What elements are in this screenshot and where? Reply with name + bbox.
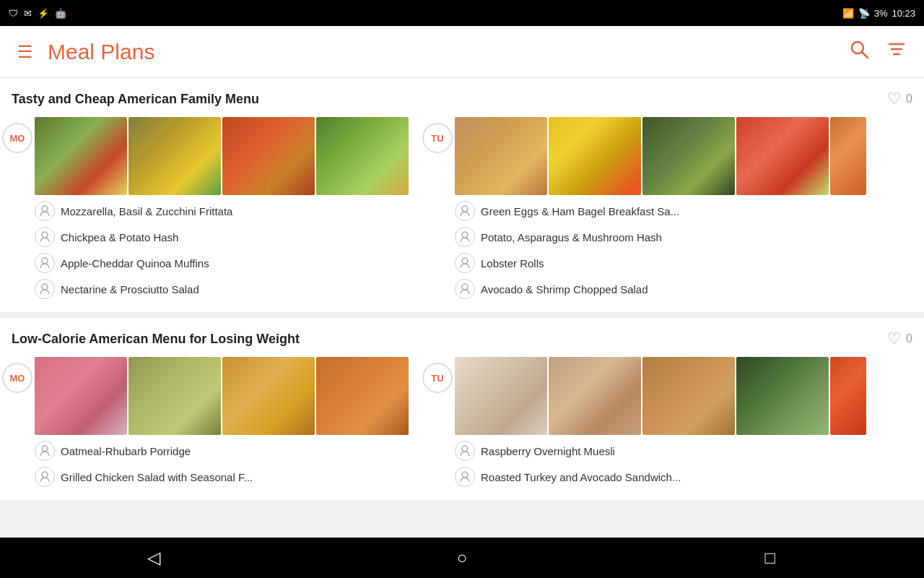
recent-button[interactable]: □	[749, 543, 792, 572]
section1-title: Tasty and Cheap American Family Menu	[12, 92, 259, 107]
svg-point-13	[42, 446, 48, 452]
section1-day-mo: MO Mozzarella, Basil &	[0, 117, 409, 312]
status-bar: 🛡 ✉ ⚡ 🤖 📶 📡 3% 10:23	[0, 0, 924, 26]
s2-mo-img4[interactable]	[316, 357, 409, 435]
tu-recipe2[interactable]: Potato, Asparagus & Mushroom Hash	[455, 225, 866, 249]
s2-day-mo-content: Oatmeal-Rhubarb Porridge Grilled Chicken…	[35, 357, 409, 488]
tu-recipe-icon3	[455, 253, 475, 273]
section1-header: Tasty and Cheap American Family Menu ♡ 0	[0, 90, 924, 117]
section2-likes[interactable]: ♡ 0	[887, 329, 912, 348]
tu-recipe4[interactable]: Avocado & Shrimp Chopped Salad	[455, 277, 866, 301]
section1-like-count: 0	[906, 92, 912, 105]
section1-likes[interactable]: ♡ 0	[887, 90, 912, 108]
recipe-icon3	[35, 253, 55, 273]
tu-img5[interactable]	[830, 117, 866, 195]
s2-mo-img1[interactable]	[35, 357, 127, 435]
svg-point-10	[462, 232, 468, 238]
heart-icon: ♡	[887, 90, 902, 108]
s2-mo-img3[interactable]	[222, 357, 315, 435]
svg-point-6	[42, 232, 48, 238]
svg-point-15	[462, 446, 468, 452]
back-button[interactable]: ◁	[132, 543, 175, 572]
s2-tu-recipe1[interactable]: Raspberry Overnight Muesli	[455, 439, 866, 462]
tu-recipe-icon4	[455, 279, 475, 299]
recipe-icon4	[35, 279, 55, 299]
android-icon: 🤖	[55, 8, 66, 19]
home-button[interactable]: ○	[440, 543, 484, 572]
nav-bar: ◁ ○ □	[0, 538, 924, 578]
section2-day-mo: MO Oatmeal-Rhubarb Porr	[0, 357, 409, 500]
day-badge-tu: TU	[422, 123, 453, 153]
battery-text: 3%	[874, 8, 888, 19]
svg-point-9	[462, 206, 468, 212]
section2-days: MO Oatmeal-Rhubarb Porr	[0, 357, 924, 500]
svg-point-7	[42, 258, 48, 264]
recipe-icon2	[35, 227, 55, 247]
svg-line-1	[862, 52, 868, 58]
s2-day-badge-tu: TU	[422, 363, 453, 393]
s2-tu-recipe2[interactable]: Roasted Turkey and Avocado Sandwich...	[455, 465, 866, 488]
s2-mo-img2[interactable]	[128, 357, 221, 435]
mo-recipe3[interactable]: Apple-Cheddar Quinoa Muffins	[35, 251, 409, 275]
tu-recipe-icon2	[455, 227, 475, 247]
section2-day-tu: TU Raspber	[420, 357, 866, 500]
s2-mo-recipe2[interactable]: Grilled Chicken Salad with Seasonal F...	[35, 465, 409, 488]
mo-img4[interactable]	[316, 117, 409, 195]
section2-like-count: 0	[906, 332, 912, 345]
s2-tu-recipe-icon1	[455, 441, 475, 461]
tu-img3[interactable]	[642, 117, 735, 195]
s2-day-mo-recipes: Oatmeal-Rhubarb Porridge Grilled Chicken…	[35, 439, 409, 488]
s2-day-badge-mo: MO	[2, 363, 32, 393]
status-left-icons: 🛡 ✉ ⚡ 🤖	[9, 8, 66, 19]
svg-point-8	[42, 284, 48, 290]
mo-recipe4[interactable]: Nectarine & Prosciutto Salad	[35, 277, 409, 301]
svg-point-11	[462, 258, 468, 264]
s2-tu-img2[interactable]	[549, 357, 641, 435]
day-mo-content: Mozzarella, Basil & Zucchini Frittata Ch…	[35, 117, 409, 301]
s2-tu-img4[interactable]	[736, 357, 829, 435]
s2-mo-recipe1[interactable]: Oatmeal-Rhubarb Porridge	[35, 439, 409, 462]
s2-tu-img5[interactable]	[830, 357, 866, 435]
section1-days: MO Mozzarella, Basil &	[0, 117, 924, 312]
mo-img1[interactable]	[35, 117, 127, 195]
section-tasty-cheap: Tasty and Cheap American Family Menu ♡ 0…	[0, 78, 924, 312]
header: ☰ Meal Plans	[0, 26, 924, 78]
recipe-icon1	[35, 201, 55, 221]
app-title: Meal Plans	[48, 40, 154, 64]
heart-icon2: ♡	[887, 329, 902, 348]
s2-mo-recipe-icon1	[35, 441, 55, 461]
day-mo-images	[35, 117, 409, 195]
mo-recipe1[interactable]: Mozzarella, Basil & Zucchini Frittata	[35, 199, 409, 223]
search-button[interactable]	[849, 39, 869, 64]
s2-tu-recipe-icon2	[455, 467, 475, 487]
mo-recipe2[interactable]: Chickpea & Potato Hash	[35, 225, 409, 249]
svg-point-16	[462, 472, 468, 478]
s2-mo-recipe-icon2	[35, 467, 55, 487]
section2-header: Low-Calorie American Menu for Losing Wei…	[0, 329, 924, 357]
mo-img2[interactable]	[128, 117, 221, 195]
mo-img3[interactable]	[222, 117, 315, 195]
status-right-icons: 📶 📡 3% 10:23	[842, 8, 915, 19]
tu-recipe1[interactable]: Green Eggs & Ham Bagel Breakfast Sa...	[455, 199, 866, 223]
tu-recipe3[interactable]: Lobster Rolls	[455, 251, 866, 275]
s2-day-tu-images	[455, 357, 866, 435]
time-text: 10:23	[892, 8, 915, 19]
svg-point-14	[42, 472, 48, 478]
s2-tu-img3[interactable]	[642, 357, 735, 435]
tu-recipe-icon1	[455, 201, 475, 221]
header-left: ☰ Meal Plans	[17, 40, 154, 64]
menu-button[interactable]: ☰	[17, 42, 33, 62]
section1-day-tu: TU Green E	[420, 117, 866, 312]
tu-img4[interactable]	[736, 117, 829, 195]
wifi-icon: 📶	[842, 8, 854, 19]
tu-img1[interactable]	[455, 117, 547, 195]
filter-button[interactable]	[886, 39, 907, 64]
day-label-mo: MO	[0, 117, 35, 153]
tu-img2[interactable]	[549, 117, 641, 195]
svg-point-12	[462, 284, 468, 290]
day-mo-recipes: Mozzarella, Basil & Zucchini Frittata Ch…	[35, 199, 409, 301]
s2-tu-img1[interactable]	[455, 357, 547, 435]
day-badge-mo: MO	[2, 123, 32, 153]
mail-icon: ✉	[24, 8, 32, 19]
section2-title: Low-Calorie American Menu for Losing Wei…	[12, 332, 300, 347]
